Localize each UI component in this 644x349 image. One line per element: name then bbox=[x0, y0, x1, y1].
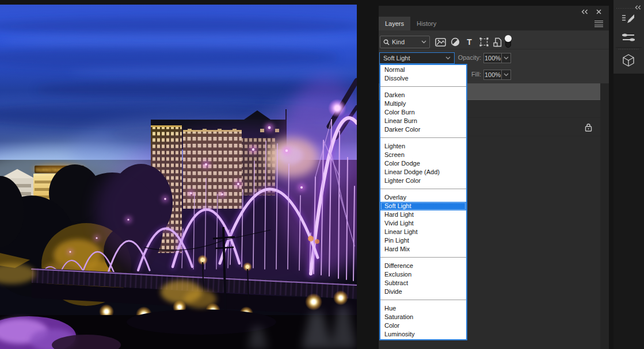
blend-mode-option[interactable]: Pin Light bbox=[380, 236, 466, 245]
chevron-down-icon bbox=[445, 56, 451, 60]
brush-settings-icon[interactable] bbox=[620, 12, 637, 27]
tab-history[interactable]: History bbox=[410, 17, 443, 30]
fill-value-field[interactable]: 100% bbox=[483, 70, 502, 80]
close-panel-icon[interactable] bbox=[594, 8, 603, 15]
panel-tabbar: Layers History bbox=[379, 17, 609, 30]
blend-mode-option[interactable]: Lighten bbox=[380, 142, 466, 151]
type-layer-filter-icon[interactable]: T bbox=[463, 36, 476, 48]
bridge-night-photo: DUANGTAWAN HOTEL bbox=[0, 5, 357, 349]
blend-mode-option[interactable]: Color Dodge bbox=[380, 159, 466, 168]
blend-mode-option[interactable]: Linear Light bbox=[380, 228, 466, 236]
lock-icon[interactable] bbox=[585, 123, 592, 134]
brushes-icon[interactable] bbox=[620, 30, 637, 45]
blend-mode-option[interactable]: Linear Dodge (Add) bbox=[380, 168, 466, 177]
shape-layer-filter-icon[interactable] bbox=[477, 36, 490, 48]
chevron-down-icon bbox=[421, 40, 426, 44]
blend-mode-option[interactable]: Screen bbox=[380, 151, 466, 159]
adjustment-layer-filter-icon[interactable] bbox=[448, 36, 462, 48]
blend-mode-option[interactable]: Hard Light bbox=[380, 210, 466, 219]
blend-mode-option[interactable]: Difference bbox=[380, 262, 466, 270]
filter-kind-combo[interactable]: Kind bbox=[380, 36, 430, 48]
blend-mode-option[interactable]: Subtract bbox=[380, 279, 466, 287]
application-window: DUANGTAWAN HOTEL bbox=[0, 0, 644, 349]
blend-mode-selected-label: Soft Light bbox=[383, 55, 445, 62]
opacity-dropdown-button[interactable] bbox=[502, 53, 511, 63]
filter-toggle-switch[interactable] bbox=[505, 35, 512, 48]
blend-mode-option[interactable]: Normal bbox=[380, 66, 466, 74]
blend-mode-option[interactable]: Color bbox=[380, 321, 466, 330]
dock-divider bbox=[616, 47, 642, 48]
panel-dock-strip bbox=[613, 0, 644, 349]
dropdown-separator bbox=[380, 257, 466, 258]
blend-mode-listbox: NormalDissolveDarkenMultiplyColor BurnLi… bbox=[379, 64, 467, 340]
tab-layers[interactable]: Layers bbox=[379, 17, 410, 30]
blend-mode-option[interactable]: Saturation bbox=[380, 313, 466, 321]
blend-mode-option[interactable]: Overlay bbox=[380, 193, 466, 202]
blend-mode-option[interactable]: Linear Burn bbox=[380, 117, 466, 125]
layer-filter-row: Kind T bbox=[379, 30, 609, 49]
smart-object-filter-icon[interactable] bbox=[491, 36, 504, 48]
dropdown-separator bbox=[380, 189, 466, 189]
dropdown-separator bbox=[380, 86, 466, 87]
blend-mode-option[interactable]: Color Burn bbox=[380, 108, 466, 117]
filter-kind-label: Kind bbox=[392, 39, 421, 45]
dock-header bbox=[613, 0, 644, 7]
blend-mode-option[interactable]: Soft Light bbox=[380, 202, 466, 210]
layers-list-gutter bbox=[600, 83, 609, 349]
photo-canvas[interactable]: DUANGTAWAN HOTEL bbox=[0, 5, 357, 349]
blend-mode-option[interactable]: Luminosity bbox=[380, 330, 466, 339]
dock-top-section bbox=[613, 0, 644, 74]
dropdown-separator bbox=[380, 300, 466, 300]
blend-mode-option[interactable]: Divide bbox=[380, 287, 466, 296]
fill-label[interactable]: Fill: bbox=[465, 71, 481, 78]
panel-header bbox=[379, 6, 609, 17]
dock-grip[interactable] bbox=[618, 48, 639, 51]
dropdown-separator bbox=[380, 137, 466, 138]
blend-mode-option[interactable]: Darker Color bbox=[380, 125, 466, 134]
blend-mode-option[interactable]: Exclusion bbox=[380, 270, 466, 279]
opacity-value-field[interactable]: 100% bbox=[483, 53, 502, 63]
blend-mode-option[interactable]: Multiply bbox=[380, 99, 466, 108]
collapse-panel-icon[interactable] bbox=[580, 8, 589, 15]
panel-menu-icon[interactable] bbox=[595, 21, 603, 27]
opacity-label[interactable]: Opacity: bbox=[457, 54, 481, 61]
collapse-dock-icon[interactable] bbox=[635, 2, 641, 12]
chevron-down-icon bbox=[504, 56, 509, 60]
fill-dropdown-button[interactable] bbox=[502, 70, 511, 80]
blend-mode-option[interactable]: Lighter Color bbox=[380, 177, 466, 185]
blend-mode-option[interactable]: Vivid Light bbox=[380, 219, 466, 228]
blend-mode-option[interactable]: Darken bbox=[380, 91, 466, 99]
blend-mode-combo[interactable]: Soft Light bbox=[379, 52, 455, 64]
blend-mode-option[interactable]: Dissolve bbox=[380, 74, 466, 83]
blend-mode-option[interactable]: Hue bbox=[380, 304, 466, 313]
chevron-down-icon bbox=[504, 73, 509, 76]
search-icon bbox=[383, 39, 390, 45]
3d-icon[interactable] bbox=[620, 53, 637, 68]
blend-mode-option[interactable]: Hard Mix bbox=[380, 245, 466, 254]
pixel-layer-filter-icon[interactable] bbox=[434, 36, 447, 48]
